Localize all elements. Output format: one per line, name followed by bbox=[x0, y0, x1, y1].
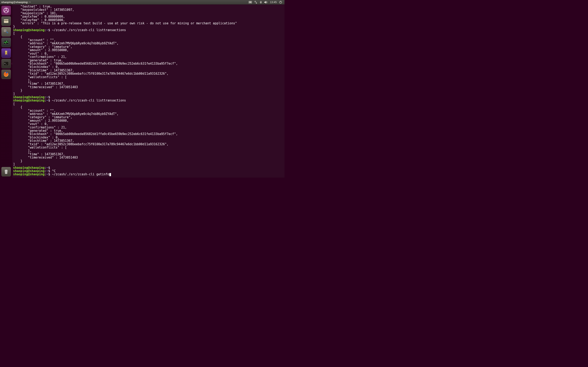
svg-rect-18 bbox=[6, 31, 9, 33]
svg-rect-3 bbox=[251, 2, 251, 2]
svg-rect-20 bbox=[6, 29, 6, 30]
output-3: [ { "account" : "", "address" : "mkAXzmh… bbox=[13, 102, 178, 166]
command-4 bbox=[50, 166, 52, 170]
prompt-user: shaoping@shaoping bbox=[13, 95, 45, 99]
sound-indicator-icon[interactable] bbox=[263, 0, 269, 4]
prompt-colon: : bbox=[45, 95, 46, 99]
svg-rect-4 bbox=[251, 2, 251, 2]
command-3: ~/zcash/./src/zcash-cli listtransactions bbox=[50, 99, 126, 102]
prompt-colon: : bbox=[45, 169, 46, 173]
prompt-dollar: $ bbox=[48, 166, 50, 170]
svg-point-11 bbox=[4, 11, 5, 12]
prompt-user: shaoping@shaoping bbox=[13, 166, 45, 170]
svg-rect-19 bbox=[4, 29, 4, 30]
svg-rect-21 bbox=[4, 31, 4, 32]
prompt-path: ~ bbox=[46, 169, 48, 173]
terminal[interactable]: "testnet" : true, "keypoololdest" : 1473… bbox=[12, 5, 285, 178]
system-monitor-icon[interactable] bbox=[1, 38, 11, 47]
prompt-dollar: $ bbox=[48, 95, 50, 99]
files-icon[interactable] bbox=[1, 16, 11, 26]
svg-rect-13 bbox=[4, 19, 9, 20]
prompt-colon: : bbox=[45, 99, 46, 102]
dash-icon[interactable] bbox=[1, 6, 11, 15]
cursor bbox=[109, 173, 111, 176]
command-5: ^C bbox=[50, 169, 56, 173]
prompt-colon: : bbox=[45, 172, 46, 176]
prompt-path: ~ bbox=[46, 166, 48, 170]
prompt-path: ~ bbox=[46, 99, 48, 102]
firefox-icon[interactable] bbox=[1, 70, 11, 79]
svg-text:>_: >_ bbox=[4, 62, 7, 65]
svg-point-10 bbox=[6, 8, 7, 9]
output-fragment-top: "testnet" : true, "keypoololdest" : 1473… bbox=[13, 5, 237, 28]
prompt-path: ~ bbox=[46, 28, 48, 32]
svg-point-26 bbox=[5, 170, 8, 171]
prompt-user: shaoping@shaoping bbox=[13, 169, 45, 173]
prompt-user: shaoping@shaoping bbox=[13, 172, 45, 176]
svg-point-17 bbox=[5, 30, 6, 31]
network-indicator-icon[interactable] bbox=[253, 0, 259, 4]
prompt-dollar: $ bbox=[48, 169, 50, 173]
window-title: shaoping@shaoping: ~ bbox=[1, 1, 31, 4]
output-1: [ { "account" : "", "address" : "mkAXzmh… bbox=[13, 32, 178, 96]
svg-point-12 bbox=[7, 11, 8, 12]
svg-rect-5 bbox=[249, 2, 250, 3]
keyboard-indicator-icon[interactable] bbox=[247, 0, 253, 4]
prompt-user: shaoping@shaoping bbox=[13, 99, 45, 102]
prompt-dollar: $ bbox=[48, 28, 50, 32]
prompt-colon: : bbox=[45, 28, 46, 32]
command-2 bbox=[50, 95, 52, 99]
command-1: ~/zcash/./src/zcash-cli listtransactions bbox=[50, 28, 126, 32]
top-panel: shaoping@shaoping: ~ 13:45 bbox=[0, 0, 285, 5]
svg-rect-1 bbox=[249, 2, 250, 2]
svg-rect-15 bbox=[6, 20, 7, 21]
prompt-path: ~ bbox=[46, 95, 48, 99]
prompt-colon: : bbox=[45, 166, 46, 170]
desktop: shaoping@shaoping: ~ 13:45 bbox=[0, 0, 285, 178]
clock[interactable]: 13:45 bbox=[269, 1, 278, 4]
app-purple-icon[interactable] bbox=[1, 48, 11, 58]
prompt-dollar: $ bbox=[48, 172, 50, 176]
trash-icon[interactable] bbox=[1, 167, 11, 176]
svg-rect-6 bbox=[250, 2, 251, 3]
settings-icon[interactable] bbox=[1, 27, 11, 36]
svg-rect-2 bbox=[250, 2, 250, 2]
prompt-dollar: $ bbox=[48, 99, 50, 102]
bluetooth-indicator-icon[interactable] bbox=[259, 0, 263, 4]
command-6: ~/zcash/./src/zcash-cli getinfo bbox=[50, 172, 109, 176]
session-indicator-icon[interactable] bbox=[278, 0, 283, 4]
launcher: >_ bbox=[0, 5, 12, 178]
terminal-icon[interactable]: >_ bbox=[1, 59, 11, 68]
svg-rect-7 bbox=[251, 2, 251, 3]
prompt-path: ~ bbox=[46, 172, 48, 176]
prompt-user: shaoping@shaoping bbox=[13, 28, 45, 32]
